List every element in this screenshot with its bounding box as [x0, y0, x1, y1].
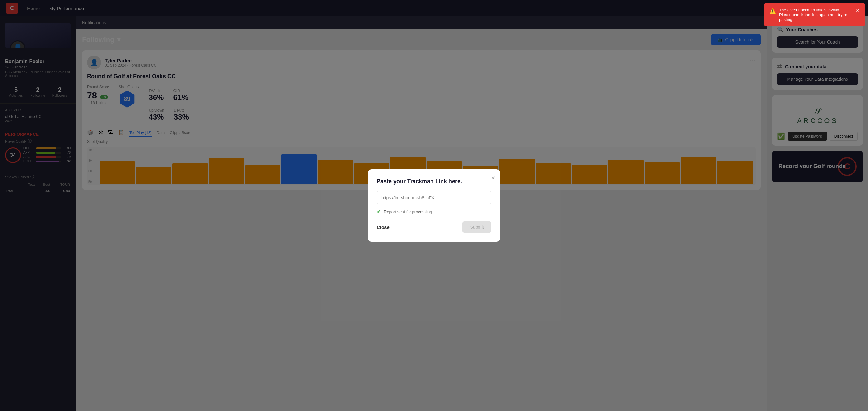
- modal-close-button[interactable]: Close: [377, 222, 390, 232]
- close-toast-button[interactable]: ×: [856, 7, 859, 13]
- success-text: Report sent for processing: [384, 210, 432, 214]
- error-toast: ⚠️ The given trackman link is invalid. P…: [764, 3, 865, 26]
- modal-submit-button[interactable]: Submit: [462, 221, 491, 233]
- success-check-icon: ✔: [377, 208, 381, 215]
- warning-icon: ⚠️: [770, 8, 776, 14]
- modal-actions: Close Submit: [377, 221, 491, 233]
- modal-close-x-button[interactable]: ×: [491, 175, 495, 182]
- trackman-link-input[interactable]: [377, 191, 491, 204]
- modal-overlay[interactable]: Paste your Trackman Link here. × ✔ Repor…: [0, 0, 868, 411]
- error-toast-message: The given trackman link is invalid. Plea…: [779, 7, 852, 22]
- modal-title: Paste your Trackman Link here.: [377, 178, 491, 185]
- modal-success-message: ✔ Report sent for processing: [377, 208, 491, 215]
- trackman-modal: Paste your Trackman Link here. × ✔ Repor…: [368, 169, 500, 242]
